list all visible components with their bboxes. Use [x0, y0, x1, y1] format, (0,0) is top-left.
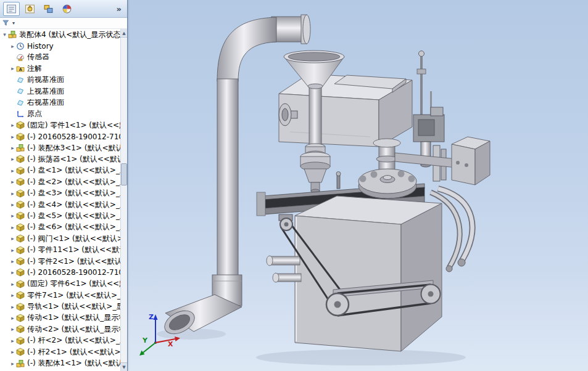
tree-item[interactable]: ▸(-) 盘<6> (默认<<默认>_显 — [0, 222, 120, 233]
expand-caret-icon[interactable]: ▸ — [9, 338, 16, 344]
part-icon — [16, 348, 25, 356]
tree-item[interactable]: ▸(-) 盘<4> (默认<<默认>_显 — [0, 199, 120, 210]
expand-caret-icon[interactable]: ▸ — [9, 202, 16, 208]
tree-item[interactable]: ▸(-) 振荡器<1> (默认<<默认 — [0, 153, 120, 165]
expand-caret-icon[interactable]: ▾ — [1, 31, 8, 38]
tree-item[interactable]: ▸(-) 20160528-190012-7101 — [0, 131, 120, 142]
expand-caret-icon[interactable]: ▸ — [9, 190, 16, 197]
tree-item[interactable]: ▸(-) 零件11<1> (默认<<默认 — [0, 244, 120, 255]
expand-caret-icon[interactable]: ▸ — [9, 43, 16, 49]
tree-item[interactable]: ▸(-) 装配体1<1> (默认<默认 — [0, 357, 120, 369]
propertymanager-tab[interactable] — [22, 2, 38, 16]
expand-caret-icon[interactable]: ▸ — [9, 156, 16, 162]
triad-y-label: Y — [142, 336, 148, 344]
expand-caret-icon[interactable]: ▸ — [9, 122, 16, 128]
tree-item[interactable]: ▸(固定) 零件6<1> (默认<<默 — [0, 279, 120, 290]
tree-item-label: (-) 盘<6> (默认<<默认>_显 — [27, 222, 120, 232]
tree-item[interactable]: ▸(-) 装配体3<1> (默认<默认 — [0, 142, 120, 153]
tree-item[interactable]: 右视基准面 — [0, 97, 120, 108]
tree-item-label: History — [27, 42, 54, 51]
tree-item[interactable]: ▸History — [0, 40, 120, 51]
tree-item-label: (-) 盘<4> (默认<<默认>_显 — [27, 200, 120, 210]
filling-valve-stack[interactable] — [300, 144, 330, 193]
expand-caret-icon[interactable]: ▸ — [9, 315, 16, 321]
expand-caret-icon[interactable]: ▸ — [9, 281, 16, 287]
tree-item[interactable]: ▸(-) 杆2<1> (默认<<默认> — [0, 346, 120, 357]
expand-caret-icon[interactable]: ▸ — [9, 326, 16, 332]
expand-caret-icon[interactable]: ▸ — [9, 269, 16, 275]
filter-dropdown-arrow[interactable]: ▾ — [12, 20, 15, 26]
svg-text:A: A — [19, 67, 22, 72]
part-icon — [16, 280, 25, 288]
tree-item-label: 传动<2> (默认<默认_显示状 — [27, 324, 120, 335]
scrollbar-thumb[interactable] — [121, 163, 127, 186]
solidworks-window: Z X Y — [0, 0, 588, 371]
tree-item-label: (-) 盘<3> (默认<<默认>_显 — [27, 188, 120, 198]
expand-caret-icon[interactable]: ▸ — [9, 235, 16, 242]
tree-item[interactable]: ▸A注解 — [0, 63, 120, 74]
expand-caret-icon[interactable]: ▸ — [9, 145, 16, 151]
tree-item-label: (-) 盘<5> (默认<<默认>_显 — [27, 211, 120, 221]
tree-item[interactable]: ▸(固定) 零件1<1> (默认<<默 — [0, 120, 120, 131]
annotations-icon: A — [16, 64, 25, 73]
expand-caret-icon[interactable]: ▸ — [9, 361, 16, 367]
tree-item-label: 注解 — [27, 63, 42, 74]
scroll-down-button[interactable]: ▼ — [121, 362, 127, 371]
tree-item[interactable]: ▸传动<1> (默认<默认_显示状 — [0, 312, 120, 324]
expand-caret-icon[interactable]: ▸ — [9, 179, 16, 185]
capping-station[interactable] — [413, 107, 446, 181]
expand-caret-icon[interactable]: ▸ — [9, 168, 16, 174]
tree-item[interactable]: ▸(-) 零件2<1> (默认<<默认 — [0, 256, 120, 267]
tree-item[interactable]: ▸传动<2> (默认<默认_显示状 — [0, 324, 120, 335]
tree-item-label: 上视基准面 — [27, 86, 64, 97]
history-icon — [16, 42, 25, 51]
featuremanager-panel: » ▾ ▾装配体4 (默认<默认_显示状态-▸History传感器▸A注解前视基… — [0, 0, 128, 371]
tree-item[interactable]: ▸(-) 盘<3> (默认<<默认>_显 — [0, 187, 120, 198]
tree-item[interactable]: 前视基准面 — [0, 75, 120, 86]
expand-caret-icon[interactable]: ▸ — [9, 213, 16, 219]
tree-item[interactable]: ▸(-) 盘<1> (默认<<默认>_显 — [0, 165, 120, 176]
tree-item[interactable]: ▸零件7<1> (默认<<默认>_显 — [0, 290, 120, 301]
expand-caret-icon[interactable]: ▸ — [9, 258, 16, 264]
sensors-icon — [16, 53, 25, 62]
tree-item-label: (-) 零件11<1> (默认<<默认 — [27, 245, 120, 255]
expand-caret-icon[interactable]: ▸ — [9, 349, 16, 355]
tree-item[interactable]: 原点 — [0, 108, 120, 120]
expand-toolbar-chevron[interactable]: » — [114, 4, 124, 14]
tree-item[interactable]: ▾装配体4 (默认<默认_显示状态- — [0, 29, 120, 40]
part-icon — [16, 268, 25, 277]
tree-item[interactable]: ▸(-) 盘<5> (默认<<默认>_显 — [0, 210, 120, 221]
expand-caret-icon[interactable]: ▸ — [9, 247, 16, 253]
featuremanager-tab[interactable] — [3, 2, 20, 16]
part-icon — [16, 303, 25, 311]
tree-item-label: (-) 零件2<1> (默认<<默认 — [27, 256, 120, 267]
configurationmanager-tab[interactable] — [40, 2, 57, 16]
displaymanager-tab[interactable] — [59, 2, 75, 16]
assembly-icon — [16, 144, 25, 152]
tree-item[interactable]: ▸(-) 盘<2> (默认<<默认>_显 — [0, 176, 120, 187]
tree-item-label: (-) 杆2<1> (默认<<默认> — [27, 347, 120, 357]
expand-caret-icon[interactable]: ▸ — [9, 134, 16, 140]
sensor-rod[interactable] — [417, 51, 432, 121]
tree-item[interactable]: ▸(-) 阀门<1> (默认<<默认> — [0, 233, 120, 244]
expand-caret-icon[interactable]: ▸ — [9, 304, 16, 310]
tree-item[interactable]: ▸导轨<1> (默认<<默认>_显 — [0, 301, 120, 312]
filter-funnel-icon[interactable] — [2, 17, 11, 29]
main-tank[interactable] — [295, 196, 442, 351]
tree-item-label: (-) 杆<2> (默认<<默认>_显 — [27, 335, 120, 346]
tree-item-label: (-) 阀门<1> (默认<<默认> — [27, 234, 120, 244]
tree-item[interactable]: ▸(-) 20160528-190012-7101 — [0, 267, 120, 278]
tree-item[interactable]: 上视基准面 — [0, 86, 120, 97]
scroll-up-button[interactable]: ▲ — [121, 29, 127, 38]
assembly-icon — [16, 359, 25, 368]
upper-housing[interactable] — [279, 74, 412, 147]
part-icon — [16, 257, 25, 266]
tree-item-label: 零件7<1> (默认<<默认>_显 — [27, 290, 120, 301]
expand-caret-icon[interactable]: ▸ — [9, 224, 16, 230]
tree-item-label: (-) 装配体3<1> (默认<默认 — [27, 143, 120, 153]
star-wheel[interactable] — [358, 169, 416, 198]
tree-item[interactable]: 传感器 — [0, 52, 120, 63]
tree-item[interactable]: ▸(-) 杆<2> (默认<<默认>_显 — [0, 335, 120, 346]
expand-caret-icon[interactable]: ▸ — [9, 65, 16, 71]
expand-caret-icon[interactable]: ▸ — [9, 292, 16, 298]
